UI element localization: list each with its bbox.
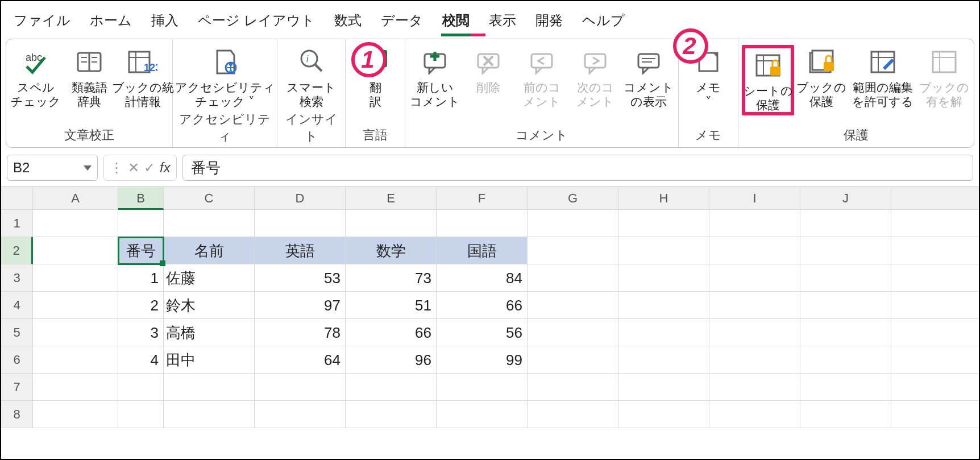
cell-C8[interactable]: [164, 401, 255, 428]
cell-extra-5[interactable]: [891, 319, 980, 346]
protect-workbook-button[interactable]: ブックの保護: [795, 45, 848, 109]
accessibility-button[interactable]: アクセシビリティチェック ˅: [180, 45, 271, 109]
cell-A5[interactable]: [33, 319, 118, 346]
cell-D8[interactable]: [255, 401, 346, 428]
column-header-D[interactable]: D: [255, 187, 346, 210]
cancel-icon[interactable]: ✕: [128, 160, 139, 176]
tab-view[interactable]: 表示: [488, 8, 517, 36]
cell-F4[interactable]: 66: [437, 292, 528, 319]
cell-J8[interactable]: [800, 401, 891, 428]
cell-F8[interactable]: [437, 401, 528, 428]
cell-A7[interactable]: [33, 374, 118, 401]
tab-help[interactable]: ヘルプ: [581, 8, 626, 36]
cell-I2[interactable]: [709, 237, 800, 264]
cell-H6[interactable]: [618, 346, 709, 374]
cell-G1[interactable]: [528, 210, 618, 237]
row-header-5[interactable]: 5: [1, 319, 33, 346]
fill-handle[interactable]: [160, 260, 165, 266]
cell-E2[interactable]: 数学: [346, 237, 437, 264]
cell-E4[interactable]: 51: [346, 292, 437, 319]
cell-I4[interactable]: [709, 292, 800, 319]
row-header-7[interactable]: 7: [1, 374, 33, 401]
cell-D2[interactable]: 英語: [255, 237, 346, 264]
cell-extra-6[interactable]: [891, 346, 980, 374]
cell-C2[interactable]: 名前: [164, 237, 255, 264]
column-header-F[interactable]: F: [437, 187, 528, 210]
thesaurus-button[interactable]: 類義語辞典: [63, 45, 115, 109]
cell-I3[interactable]: [709, 264, 800, 292]
cell-I1[interactable]: [709, 210, 800, 237]
cell-D5[interactable]: 78: [255, 319, 346, 346]
cell-D7[interactable]: [255, 374, 346, 401]
column-header-extra[interactable]: [891, 187, 980, 210]
name-box[interactable]: B2: [7, 155, 98, 181]
tab-formulas[interactable]: 数式: [333, 8, 363, 36]
cell-H1[interactable]: [618, 210, 709, 237]
cell-extra-4[interactable]: [891, 292, 980, 319]
cell-G2[interactable]: [528, 237, 618, 264]
cell-B5[interactable]: 3: [118, 319, 164, 346]
cell-D4[interactable]: 97: [255, 292, 346, 319]
cell-B6[interactable]: 4: [118, 346, 164, 374]
column-header-H[interactable]: H: [618, 187, 709, 210]
cell-I5[interactable]: [709, 319, 800, 346]
cell-C6[interactable]: 田中: [164, 346, 255, 374]
cell-extra-2[interactable]: [891, 237, 980, 264]
tab-review[interactable]: 校閲: [441, 8, 471, 36]
cell-B8[interactable]: [118, 401, 164, 428]
cell-J2[interactable]: [800, 237, 891, 264]
column-header-G[interactable]: G: [528, 187, 618, 210]
cell-E7[interactable]: [346, 374, 437, 401]
cell-C7[interactable]: [164, 374, 255, 401]
cell-A3[interactable]: [33, 264, 118, 292]
column-header-A[interactable]: A: [33, 187, 118, 210]
tab-page-layout[interactable]: ページ レイアウト: [197, 8, 316, 36]
cell-H8[interactable]: [618, 401, 709, 428]
column-header-J[interactable]: J: [800, 187, 891, 210]
formula-input[interactable]: 番号: [182, 155, 973, 181]
cell-F5[interactable]: 56: [437, 319, 528, 346]
show-comments-button[interactable]: コメントの表示: [622, 45, 675, 109]
row-header-1[interactable]: 1: [1, 210, 33, 237]
cell-A8[interactable]: [33, 401, 118, 428]
cell-J1[interactable]: [800, 210, 891, 237]
fx-icon[interactable]: fx: [160, 160, 171, 176]
new-comment-button[interactable]: 新しいコメント: [409, 45, 461, 109]
cell-E3[interactable]: 73: [346, 264, 437, 292]
cell-C1[interactable]: [164, 210, 255, 237]
cell-E1[interactable]: [346, 210, 437, 237]
cell-D3[interactable]: 53: [255, 264, 346, 292]
cell-F6[interactable]: 99: [437, 346, 528, 374]
row-header-4[interactable]: 4: [1, 292, 33, 319]
allow-edit-ranges-button[interactable]: 範囲の編集を許可する: [849, 45, 917, 109]
smart-lookup-button[interactable]: iスマート検索: [285, 45, 338, 109]
cell-H3[interactable]: [618, 264, 709, 292]
cell-B4[interactable]: 2: [118, 292, 164, 319]
cell-extra-1[interactable]: [891, 210, 980, 237]
cell-F1[interactable]: [437, 210, 528, 237]
cell-G6[interactable]: [528, 346, 618, 374]
spellcheck-button[interactable]: abcスペルチェック: [10, 45, 62, 109]
column-header-E[interactable]: E: [346, 187, 437, 210]
cell-extra-8[interactable]: [891, 401, 980, 428]
cell-I7[interactable]: [709, 374, 800, 401]
row-header-3[interactable]: 3: [1, 264, 33, 292]
cell-D1[interactable]: [255, 210, 346, 237]
cell-extra-3[interactable]: [891, 264, 980, 292]
tab-developer[interactable]: 開発: [534, 8, 564, 36]
cell-G7[interactable]: [528, 374, 618, 401]
cell-A6[interactable]: [33, 346, 118, 374]
tab-file[interactable]: ファイル: [13, 8, 72, 36]
cell-E8[interactable]: [346, 401, 437, 428]
cell-G3[interactable]: [528, 264, 618, 292]
cell-A1[interactable]: [33, 210, 118, 237]
cell-I8[interactable]: [709, 401, 800, 428]
tab-data[interactable]: データ: [380, 8, 424, 36]
enter-icon[interactable]: ✓: [144, 160, 155, 176]
protect-sheet-button[interactable]: シートの保護: [742, 45, 794, 115]
tab-insert[interactable]: 挿入: [150, 8, 180, 36]
cell-B1[interactable]: [118, 210, 164, 237]
cell-H2[interactable]: [618, 237, 709, 264]
cell-G5[interactable]: [528, 319, 618, 346]
cell-B7[interactable]: [118, 374, 164, 401]
